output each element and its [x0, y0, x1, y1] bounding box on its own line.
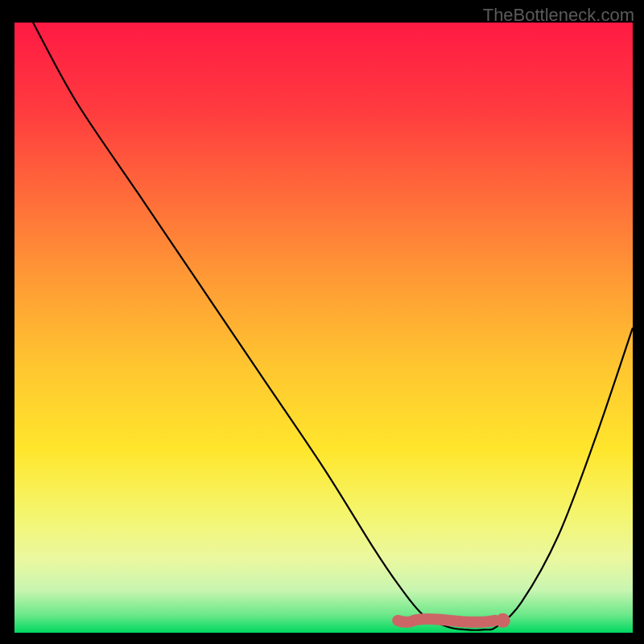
optimal-range-marker — [398, 613, 510, 628]
optimal-range-band — [398, 619, 495, 622]
plot-frame — [14, 23, 633, 633]
watermark-text: TheBottleneck.com — [483, 5, 634, 26]
bottleneck-chart — [14, 23, 633, 633]
gradient-background — [14, 23, 633, 633]
optimal-point-marker — [496, 613, 510, 628]
